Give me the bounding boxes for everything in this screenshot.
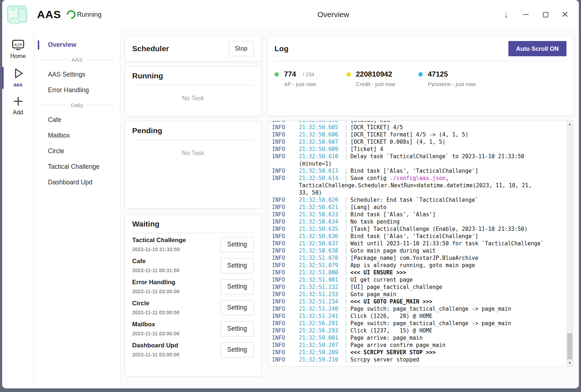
task-next-run: 2023-11-11 03:00:00 — [132, 352, 220, 358]
stat-dot-blue — [418, 72, 423, 77]
rail-item-home[interactable]: </> Home — [2, 36, 34, 64]
task-setting-button[interactable]: Setting — [220, 342, 254, 358]
task-setting-button[interactable]: Setting — [220, 300, 254, 315]
nav-section-label: AAS — [72, 57, 82, 63]
stat-label: AP - just now — [275, 81, 346, 87]
waiting-task-row: Tactical Challenge 2023-11-10 21:33:50 S… — [132, 233, 254, 254]
log-line: INFO21:32:56.291|Page switch: page_tacti… — [268, 320, 566, 327]
waiting-task-row: Cafe 2023-11-11 00:31:50 Setting — [132, 254, 254, 275]
rail-label-home: Home — [10, 53, 26, 60]
log-scroll-area[interactable]: INFO21:32:50.598|[Status] WININFO21:32:5… — [268, 121, 566, 366]
scroll-down-icon[interactable]: ▼ — [567, 360, 573, 366]
task-info: Error Handling 2023-11-11 03:00:00 — [132, 279, 220, 294]
nav-section-daily: Daily — [34, 98, 120, 112]
log-lines: INFO21:32:50.598|[Status] WININFO21:32:5… — [268, 121, 566, 363]
log-line: INFO21:32:50.605|[OCR_TICKET] 4/5 — [268, 124, 566, 131]
task-next-run: 2023-11-11 03:00:00 — [132, 310, 220, 315]
task-info: Dashboard Upd 2023-11-11 03:00:00 — [132, 342, 220, 358]
divider — [275, 61, 566, 61]
nav-item-aas-settings[interactable]: AAS Settings — [34, 67, 120, 82]
rail-item-add[interactable]: Add — [2, 92, 34, 120]
titlebar: AAS Running Overview ↓ ✕ — [2, 0, 579, 29]
waiting-title: Waiting — [132, 220, 254, 228]
maximize-icon[interactable] — [538, 7, 553, 22]
nav-section-aas: AAS — [34, 53, 120, 67]
app-logo-icon — [7, 4, 28, 25]
scheduler-title: Scheduler — [132, 44, 169, 53]
running-title: Running — [132, 72, 254, 80]
stat-dot-yellow — [346, 72, 351, 77]
close-icon[interactable]: ✕ — [558, 7, 572, 22]
task-name: Dashboard Upd — [132, 342, 220, 349]
stat-top: 774 / 234 — [275, 70, 346, 78]
task-setting-button[interactable]: Setting — [220, 279, 254, 294]
task-next-run: 2023-11-11 03:00:00 — [132, 331, 220, 336]
log-line: INFO21:32:50.637|Wait until 2023-11-10 2… — [268, 240, 566, 247]
task-info: Circle 2023-11-11 03:00:00 — [132, 300, 220, 315]
stat-value: 220810942 — [356, 70, 392, 78]
divider — [132, 139, 254, 140]
section-line — [40, 105, 67, 105]
log-line: INFO21:32:59.207|Page arrive confirm pag… — [268, 342, 566, 349]
task-info: Cafe 2023-11-11 00:31:50 — [132, 258, 220, 273]
minimize-bar — [523, 14, 529, 15]
body-row: </> Home aas Add Overview — [2, 29, 579, 388]
nav-item-dashboard-upd[interactable]: Dashboard Upd — [34, 175, 120, 190]
nav-item-circle[interactable]: Circle — [34, 143, 120, 159]
code-monitor-icon: </> — [12, 39, 25, 51]
scroll-up-icon[interactable]: ▲ — [567, 121, 573, 127]
waiting-card: Waiting Tactical Challenge 2023-11-10 21… — [125, 214, 261, 376]
log-line: INFO21:32:50.621|[Lang] auto — [268, 204, 566, 211]
scrollbar-thumb[interactable] — [567, 333, 572, 359]
task-setting-button[interactable]: Setting — [220, 321, 254, 336]
play-icon — [12, 68, 24, 79]
minimize-icon[interactable] — [519, 7, 533, 22]
running-spinner-icon — [65, 8, 77, 21]
stat-ap: 774 / 234 AP - just now — [275, 70, 346, 87]
log-line: INFO21:32:51.078|[Package_name] com.Yost… — [268, 254, 566, 262]
log-header: Log Auto Scroll ON — [275, 41, 566, 56]
stat-pyroxene: 47125 Pyroxene - just now — [418, 70, 490, 87]
stat-dot-green — [275, 72, 279, 77]
log-line: INFO21:32:51.079|App is already running,… — [268, 262, 566, 269]
task-name: Tactical Challenge — [132, 237, 220, 244]
hide-window-icon[interactable]: ↓ — [499, 7, 513, 22]
log-card: Log Auto Scroll ON 774 / 234 AP - just n… — [267, 36, 574, 116]
rail-label-add: Add — [13, 109, 23, 116]
running-empty-text: No Task — [132, 95, 254, 102]
nav-item-cafe[interactable]: Cafe — [34, 112, 120, 128]
stat-label: Pyroxene - just now — [418, 81, 490, 87]
log-line: INFO21:32:51.081|UI get current page — [268, 276, 566, 283]
log-line: INFO21:32:50.610|Delay task `TacticalCha… — [268, 153, 566, 160]
rail-item-aas[interactable]: aas — [2, 64, 34, 92]
pending-card: Pending No Task — [125, 121, 261, 209]
log-line: INFO21:32:51.240|Page switch: page_tacti… — [268, 305, 566, 313]
stat-label: Credit - just now — [346, 81, 418, 87]
log-line: INFO21:32:51.080|<<< UI ENSURE >>> — [268, 269, 566, 276]
stat-top: 220810942 — [346, 70, 418, 78]
task-next-run: 2023-11-10 21:33:50 — [132, 246, 220, 252]
log-line: INFO21:32:50.607|[OCR_TICKET 0.008s] (4,… — [268, 138, 566, 146]
nav-item-overview[interactable]: Overview — [34, 37, 120, 53]
log-line: INFO21:32:51.241|Click (1226, 28) @ HOME — [268, 313, 566, 320]
waiting-task-row: Error Handling 2023-11-11 03:00:00 Setti… — [132, 275, 254, 297]
nav-item-tactical-challenge[interactable]: Tactical Challenge — [34, 159, 120, 175]
stop-button[interactable]: Stop — [228, 41, 254, 56]
log-line: INFO21:32:50.598|[Status] WIN — [268, 121, 566, 124]
nav-item-mailbox[interactable]: Mailbox — [34, 128, 120, 143]
log-line: INFO21:32:50.620|Scheduler: End task `Ta… — [268, 196, 566, 204]
task-setting-button[interactable]: Setting — [220, 258, 254, 273]
log-line: INFO21:32:59.209|<<< SCRCPY SERVER STOP … — [268, 349, 566, 356]
log-line: INFO21:32:59.001|Page arrive: page_main — [268, 334, 566, 342]
nav-item-error-handling[interactable]: Error Handling — [34, 82, 120, 98]
log-scrollbar[interactable]: ▲ ▼ — [566, 121, 573, 366]
log-line: INFO21:32:51.232|[UI] page_tactical_chal… — [268, 283, 566, 291]
stat-value: 774 — [284, 70, 296, 78]
pending-title: Pending — [132, 126, 254, 135]
task-setting-button[interactable]: Setting — [220, 237, 254, 252]
resource-stats: 774 / 234 AP - just now 220810942 Credit… — [275, 70, 566, 87]
log-line: INFO21:32:56.293|Click (1237, 15) @ HOME — [268, 327, 566, 334]
log-line: INFO21:32:50.635|[Task] TacticalChalleng… — [268, 225, 566, 233]
stat-suffix: / 234 — [302, 72, 314, 77]
auto-scroll-button[interactable]: Auto Scroll ON — [508, 41, 566, 56]
